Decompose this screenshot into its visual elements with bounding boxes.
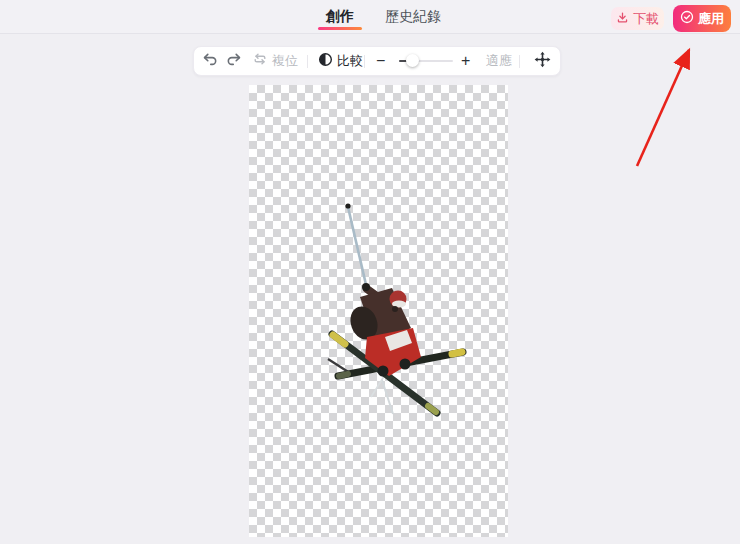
compare-icon [318,52,333,71]
tab-history-label: 歷史紀錄 [385,8,441,26]
redo-button[interactable] [226,47,243,75]
header-bar: 創作 歷史紀錄 下載 應用 [0,0,740,34]
pan-icon [534,51,551,72]
check-circle-icon [680,10,694,27]
toolbar-divider [307,55,308,68]
reset-icon [252,51,268,71]
compare-label: 比較 [337,52,363,70]
toolbar-divider [364,55,365,68]
download-button[interactable]: 下載 [611,7,664,30]
undo-button[interactable] [201,47,218,75]
apply-button[interactable]: 應用 [673,5,731,32]
reset-label: 複位 [272,52,298,70]
active-tab-underline [318,27,362,30]
undo-icon [201,51,218,72]
image-canvas[interactable] [249,85,508,537]
skier-cutout-image [249,85,508,537]
reset-button[interactable]: 複位 [252,47,298,75]
tab-history[interactable]: 歷史紀錄 [381,0,445,33]
apply-button-label: 應用 [698,10,724,28]
zoom-slider[interactable] [399,47,453,75]
annotation-arrow [600,38,710,178]
tab-create-label: 創作 [326,8,354,26]
zoom-slider-handle[interactable] [406,54,419,67]
background-removal-editor: 創作 歷史紀錄 下載 應用 [0,0,740,544]
compare-button[interactable]: 比較 [318,47,363,75]
fit-button[interactable]: 適應 [486,47,512,75]
pan-button[interactable] [534,47,551,75]
zoom-out-button[interactable]: − [376,47,385,75]
canvas-toolbar: 複位 比較 − + 適應 [193,46,561,76]
zoom-in-icon: + [461,53,470,69]
zoom-out-icon: − [376,53,385,69]
download-button-label: 下載 [633,10,659,28]
fit-label: 適應 [486,52,512,70]
download-icon [616,11,629,27]
toolbar-divider [519,55,520,68]
zoom-in-button[interactable]: + [461,47,470,75]
redo-icon [226,51,243,72]
